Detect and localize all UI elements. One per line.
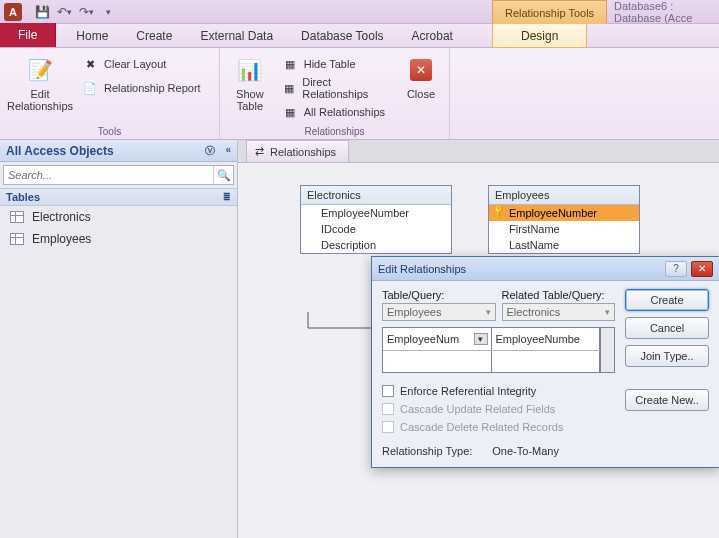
hide-table-icon: ▦ xyxy=(282,56,298,72)
tab-database-tools[interactable]: Database Tools xyxy=(287,25,398,47)
navigation-pane: All Access Objects ⓥ « 🔍 Tables ≣ Electr… xyxy=(0,140,238,538)
nav-item-employees[interactable]: Employees xyxy=(0,228,237,250)
contextual-tab-title: Relationship Tools xyxy=(492,0,607,24)
group-label-relationships: Relationships xyxy=(220,126,449,139)
window-title: Database6 : Database (Acce xyxy=(614,0,719,24)
table-header: Employees xyxy=(489,186,639,205)
field-item[interactable]: Description xyxy=(301,237,451,253)
qat-redo-icon[interactable]: ↷▾ xyxy=(76,3,96,21)
qat-customize-icon[interactable]: ▾ xyxy=(98,3,118,21)
nav-item-electronics[interactable]: Electronics xyxy=(0,206,237,228)
relationship-report-icon: 📄 xyxy=(82,80,98,96)
edit-relationships-dialog: Edit Relationships ? ✕ Table/Query: Empl… xyxy=(371,256,719,468)
relationship-report-button[interactable]: 📄Relationship Report xyxy=(82,78,201,98)
app-icon: A xyxy=(4,3,22,21)
search-input[interactable] xyxy=(4,166,213,184)
title-bar: A 💾 ↶▾ ↷▾ ▾ xyxy=(0,0,719,24)
nav-section-tables[interactable]: Tables ≣ xyxy=(0,188,237,206)
right-field-cell[interactable]: EmployeeNumbe xyxy=(492,328,601,350)
related-table-query-label: Related Table/Query: xyxy=(502,289,616,301)
dialog-close-button[interactable]: ✕ xyxy=(691,261,713,277)
table-box-employees[interactable]: Employees EmployeeNumber FirstName LastN… xyxy=(488,185,640,254)
show-table-icon: 📊 xyxy=(234,54,266,86)
nav-collapse-icon[interactable]: « xyxy=(225,144,231,158)
direct-relationships-button[interactable]: ▦Direct Relationships xyxy=(282,78,391,98)
edit-relationships-button[interactable]: 📝 Edit Relationships xyxy=(8,52,72,112)
search-icon[interactable]: 🔍 xyxy=(213,166,233,184)
all-relationships-button[interactable]: ▦All Relationships xyxy=(282,102,391,122)
cascade-update-checkbox: Cascade Update Related Fields xyxy=(382,403,615,415)
create-button[interactable]: Create xyxy=(625,289,709,311)
join-type-button[interactable]: Join Type.. xyxy=(625,345,709,367)
empty-field-cell[interactable] xyxy=(492,351,601,372)
left-field-cell[interactable]: EmployeeNum xyxy=(383,328,492,350)
clear-layout-button[interactable]: ✖Clear Layout xyxy=(82,54,201,74)
close-icon: ✕ xyxy=(405,54,437,86)
nav-header[interactable]: All Access Objects ⓥ « xyxy=(0,140,237,162)
table-query-combo[interactable]: Employees xyxy=(382,303,496,321)
field-mapping-grid[interactable]: EmployeeNum EmployeeNumbe xyxy=(382,327,601,373)
ribbon: 📝 Edit Relationships ✖Clear Layout 📄Rela… xyxy=(0,48,719,140)
close-button[interactable]: ✕ Close xyxy=(401,52,441,100)
tab-create[interactable]: Create xyxy=(122,25,186,47)
table-icon xyxy=(10,211,24,223)
relationships-tab-icon: ⇄ xyxy=(255,145,264,158)
empty-field-cell[interactable] xyxy=(383,351,492,372)
enforce-integrity-checkbox[interactable]: Enforce Referential Integrity xyxy=(382,385,615,397)
table-query-label: Table/Query: xyxy=(382,289,496,301)
field-item[interactable]: IDcode xyxy=(301,221,451,237)
table-header: Electronics xyxy=(301,186,451,205)
group-label-tools: Tools xyxy=(0,126,219,139)
nav-dropdown-icon[interactable]: ⓥ xyxy=(205,144,215,158)
tab-home[interactable]: Home xyxy=(62,25,122,47)
create-new-button[interactable]: Create New.. xyxy=(625,389,709,411)
tab-design[interactable]: Design xyxy=(492,24,587,48)
document-tab-relationships[interactable]: ⇄ Relationships xyxy=(246,140,349,162)
direct-relationships-icon: ▦ xyxy=(282,80,297,96)
field-item[interactable]: EmployeeNumber xyxy=(489,205,639,221)
field-item[interactable]: LastName xyxy=(489,237,639,253)
hide-table-button[interactable]: ▦Hide Table xyxy=(282,54,391,74)
edit-relationships-icon: 📝 xyxy=(24,54,56,86)
field-item[interactable]: EmployeeNumber xyxy=(301,205,451,221)
nav-search[interactable]: 🔍 xyxy=(3,165,234,185)
qat-save-icon[interactable]: 💾 xyxy=(32,3,52,21)
cancel-button[interactable]: Cancel xyxy=(625,317,709,339)
cascade-delete-checkbox: Cascade Delete Related Records xyxy=(382,421,615,433)
dialog-help-button[interactable]: ? xyxy=(665,261,687,277)
table-box-electronics[interactable]: Electronics EmployeeNumber IDcode Descri… xyxy=(300,185,452,254)
clear-layout-icon: ✖ xyxy=(82,56,98,72)
ribbon-tabs: File Home Create External Data Database … xyxy=(0,24,719,48)
field-item[interactable]: FirstName xyxy=(489,221,639,237)
qat-undo-icon[interactable]: ↶▾ xyxy=(54,3,74,21)
dialog-titlebar[interactable]: Edit Relationships ? ✕ xyxy=(372,257,719,281)
relationship-type-value: One-To-Many xyxy=(492,445,559,457)
related-table-query-combo[interactable]: Electronics xyxy=(502,303,616,321)
grid-scrollbar[interactable] xyxy=(601,327,615,373)
table-icon xyxy=(10,233,24,245)
section-collapse-icon[interactable]: ≣ xyxy=(223,192,231,202)
show-table-button[interactable]: 📊 Show Table xyxy=(228,52,272,112)
all-relationships-icon: ▦ xyxy=(282,104,298,120)
tab-external-data[interactable]: External Data xyxy=(186,25,287,47)
relationship-type-label: Relationship Type: xyxy=(382,445,472,457)
tab-acrobat[interactable]: Acrobat xyxy=(398,25,467,47)
tab-file[interactable]: File xyxy=(0,23,56,47)
